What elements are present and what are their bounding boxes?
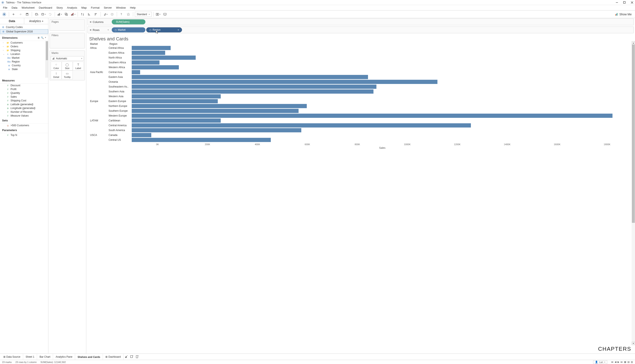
new-worksheet-button[interactable]: ▾ (56, 11, 62, 17)
show-me-button[interactable]: Show Me (613, 12, 634, 16)
chart-row[interactable]: Eastern Asia (89, 74, 632, 79)
menu-caret-icon[interactable]: ▾ (45, 36, 46, 39)
menu-window[interactable]: Window (114, 5, 128, 10)
mark-label-button[interactable]: TLabel (73, 62, 84, 70)
new-story-icon[interactable]: + (134, 355, 140, 358)
field-item[interactable]: #Number of Records (0, 110, 48, 114)
field-item[interactable]: ⊕State (0, 67, 48, 71)
mark-type-dropdown[interactable]: Automatic ▾ (51, 56, 84, 61)
pause-updates-button[interactable]: ▾ (40, 11, 46, 17)
user-dropdown[interactable]: 👤Lari▾ (593, 360, 607, 364)
bar[interactable] (132, 84, 376, 89)
maximize-button[interactable] (623, 1, 626, 4)
bar[interactable] (132, 104, 307, 108)
menu-file[interactable]: File (1, 5, 10, 10)
new-dashboard-icon[interactable]: + (129, 355, 134, 358)
bar[interactable] (132, 138, 271, 142)
sort-asc-button[interactable] (86, 11, 92, 17)
pill-region[interactable]: ▢Region▾ (146, 27, 182, 32)
bar[interactable] (132, 65, 179, 70)
field-item[interactable]: #Measure Values (0, 114, 48, 118)
cards-button[interactable]: ▾ (155, 11, 161, 17)
bar[interactable] (132, 70, 140, 74)
pill-sumsales[interactable]: SUM(Sales) (112, 19, 146, 24)
duplicate-button[interactable] (63, 11, 69, 17)
chart-row[interactable]: Central US (89, 138, 632, 142)
field-item[interactable]: AbcMarket (0, 56, 48, 60)
chart-scrollbar[interactable]: ▴ ▾ (632, 41, 635, 345)
view-list-icon[interactable]: ▥ (631, 361, 633, 363)
sheet-tab[interactable]: Shelves and Cards (75, 354, 103, 360)
bar[interactable] (132, 109, 298, 113)
mark-size-button[interactable]: ◯Size (62, 62, 72, 70)
tab-analytics[interactable]: Analytics◆ (24, 18, 48, 24)
field-item[interactable]: ›📁Customers (0, 41, 48, 44)
chart-row[interactable]: Northern Europe (89, 104, 632, 108)
menu-story[interactable]: Story (54, 5, 65, 10)
bar[interactable] (132, 114, 612, 118)
field-item[interactable]: ⊕Longitude (generated) (0, 106, 48, 110)
sheet-tab[interactable]: Analytics Pane (53, 354, 75, 360)
chart-row[interactable]: Southern Asia (89, 89, 632, 94)
datasource-item[interactable]: ⊕Country Codes (0, 25, 48, 29)
datasource-item[interactable]: ⊕Global Superstore 2016 (0, 29, 48, 34)
chart-row[interactable]: Western Asia (89, 94, 632, 99)
chart-row[interactable]: Eastern Africa (89, 50, 632, 55)
field-item[interactable]: ⌄⅄Location (0, 52, 48, 56)
bar[interactable] (132, 133, 151, 137)
filters-card[interactable]: Filters (50, 33, 85, 48)
chart-row[interactable]: Southern Europe (89, 108, 632, 113)
tab-dashboard[interactable]: ⊞Dashboard (103, 354, 124, 360)
menu-analysis[interactable]: Analysis (65, 5, 79, 10)
tab-data[interactable]: Data (0, 18, 24, 24)
bar[interactable] (132, 118, 221, 123)
fit-dropdown[interactable]: Standard▾ (135, 12, 152, 17)
clear-button[interactable]: ▾ (70, 11, 76, 17)
save-button[interactable] (24, 11, 30, 17)
menu-data[interactable]: Data (10, 5, 19, 10)
bar[interactable] (132, 51, 165, 55)
chart-row[interactable]: USCACanada (89, 132, 632, 138)
sheet-tab[interactable]: Bar Chart (37, 354, 53, 360)
presentation-button[interactable] (162, 11, 168, 17)
minimize-button[interactable] (615, 1, 618, 4)
mark-detail-button[interactable]: ⁞Detail (51, 70, 62, 79)
header-region[interactable]: Region (110, 42, 132, 46)
pill-market[interactable]: ▢Market (112, 27, 146, 32)
group-button[interactable] (109, 11, 115, 17)
chart-row[interactable]: Southeastern As.. (89, 84, 632, 89)
bar[interactable] (132, 60, 160, 64)
undo-button[interactable] (11, 11, 16, 17)
chart-row[interactable]: Southern Africa (89, 60, 632, 65)
chart-row[interactable]: Asia PacificCentral Asia (89, 70, 632, 74)
tableau-icon[interactable] (1, 11, 7, 17)
scrollbar-thumb[interactable] (632, 44, 635, 223)
pin-button[interactable] (126, 11, 131, 17)
redo-button[interactable] (18, 11, 23, 17)
field-item[interactable]: #Profit (0, 87, 48, 91)
bar[interactable] (132, 123, 471, 128)
new-datasource-button[interactable]: + (34, 11, 40, 17)
chart-row[interactable]: Oceania (89, 79, 632, 84)
view-grid-icon[interactable]: ▦ (624, 361, 626, 363)
refresh-button[interactable] (47, 11, 53, 17)
header-market[interactable]: Market (90, 42, 110, 46)
columns-shelf[interactable]: ≡Columns SUM(Sales) (88, 18, 634, 25)
menu-map[interactable]: Map (79, 5, 89, 10)
search-icon[interactable]: 🔍 (41, 36, 44, 39)
menu-dashboard[interactable]: Dashboard (36, 5, 54, 10)
field-item[interactable]: #Quantity (0, 91, 48, 95)
nav-first-icon[interactable]: ⏮ (611, 361, 613, 363)
field-item[interactable]: ◎>500 Customers (0, 124, 48, 127)
field-item[interactable]: ⊕Country (0, 64, 48, 67)
menu-worksheet[interactable]: Worksheet (19, 5, 36, 10)
bar[interactable] (132, 128, 301, 132)
pages-card[interactable]: Pages (50, 19, 85, 31)
sheet-tab[interactable]: Sheet 1 (23, 354, 37, 360)
field-item[interactable]: #Sales (0, 95, 48, 99)
mark-tooltip-button[interactable]: ▭Tooltip (62, 70, 72, 79)
view-icon[interactable]: ≣ (38, 36, 40, 39)
rows-shelf[interactable]: ≡Rows▾ ▢Market▢Region▾ (88, 26, 634, 33)
nav-prev-icon[interactable]: ◀ (614, 361, 616, 363)
chart-row[interactable]: Central America (89, 123, 632, 128)
